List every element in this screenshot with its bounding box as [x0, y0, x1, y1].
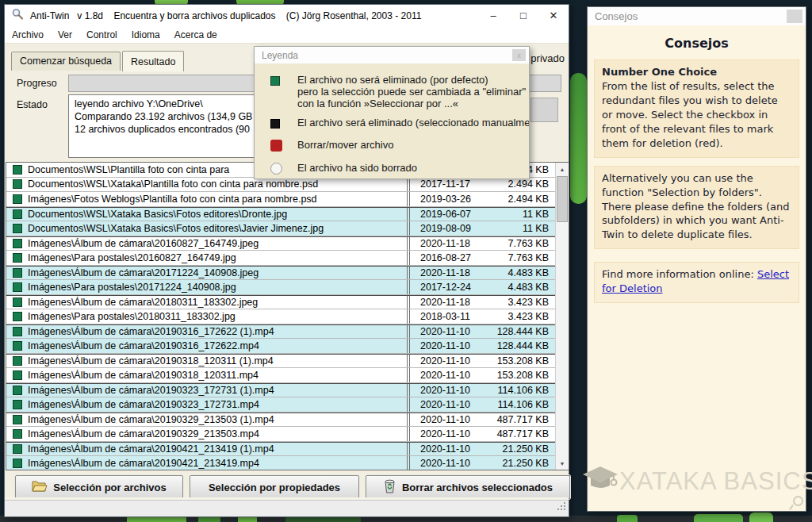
file-date-cell: 2018-03-11	[410, 311, 485, 322]
file-size-cell: 2.494 KB	[485, 194, 555, 205]
file-keep-icon[interactable]	[13, 165, 22, 175]
file-keep-icon[interactable]	[13, 459, 22, 468]
file-path-cell: Documentos\WSL\Xataka Basics\Fotos edito…	[28, 223, 407, 234]
file-keep-icon[interactable]	[13, 253, 22, 263]
file-size-cell: 128.444 KB	[485, 326, 555, 337]
tips-title-bar[interactable]: Consejos	[588, 7, 806, 25]
table-row[interactable]: Imágenes\Álbum de cámara\20160827_164749…	[6, 236, 555, 251]
table-row[interactable]: Imágenes\Álbum de cámara\20190323_172731…	[6, 397, 555, 413]
file-path-cell: Imágenes\Para postales\20171224_140908.j…	[28, 282, 407, 293]
tab-start-search[interactable]: Comenzar búsqueda	[11, 52, 121, 71]
desktop-decoration	[570, 73, 587, 204]
tip-1-text: From the list of results, select the red…	[602, 80, 778, 149]
resize-grip-icon[interactable]	[557, 500, 566, 514]
file-date-cell: 2020-11-10	[410, 326, 485, 337]
file-keep-icon[interactable]	[13, 282, 22, 292]
menu-item[interactable]: Control	[79, 28, 124, 42]
file-keep-icon[interactable]	[13, 268, 22, 278]
table-row[interactable]: Imágenes\Para postales\20171224_140908.j…	[6, 280, 555, 295]
legend-item: El archivo ha sido borrado	[270, 162, 529, 178]
menu-item[interactable]: Ver	[51, 28, 79, 42]
menu-item[interactable]: Idioma	[124, 28, 167, 42]
tip-2-text: Alternatively you can use the function "…	[602, 172, 790, 241]
file-keep-icon[interactable]	[13, 194, 22, 204]
file-size-cell: 128.444 KB	[485, 340, 555, 351]
tip-box-3: Find more information online: Select for…	[594, 262, 799, 303]
table-row[interactable]: Imágenes\Álbum de cámara\20190421_213419…	[6, 456, 555, 470]
file-size-cell: 3.423 KB	[485, 297, 555, 308]
select-by-properties-button[interactable]: Selección por propiedades	[190, 475, 359, 499]
file-path-cell: Imágenes\Álbum de cámara\20190316_172622…	[28, 340, 407, 351]
menu-item[interactable]: Archivo	[5, 28, 51, 42]
file-path-cell: Imágenes\Álbum de cámara\20180311_183302…	[28, 297, 407, 308]
file-keep-icon[interactable]	[13, 370, 22, 380]
table-row[interactable]: Imágenes\Álbum de cámara\20190421_213419…	[6, 442, 555, 457]
menu-item[interactable]: Acerca de	[167, 28, 224, 42]
file-keep-icon[interactable]	[13, 327, 22, 336]
file-keep-icon[interactable]	[13, 224, 22, 233]
menu-bar: ArchivoVerControlIdiomaAcerca de	[5, 26, 569, 44]
watermark-text: XATAKA BASICS	[619, 467, 812, 496]
file-size-cell: 487.717 KB	[485, 414, 555, 425]
file-keep-icon[interactable]	[13, 239, 22, 248]
table-row[interactable]: Documentos\WSL\Xataka Basics\Fotos edito…	[6, 207, 555, 222]
table-row[interactable]: Imágenes\Álbum de cámara\20180311_183302…	[6, 295, 555, 310]
select-by-files-button[interactable]: Selección por archivos	[15, 475, 183, 499]
file-date-cell: 2020-11-10	[410, 399, 485, 410]
file-size-cell: 2.494 KB	[485, 178, 555, 190]
file-keep-icon[interactable]	[13, 444, 22, 454]
table-row[interactable]: Imágenes\Para postales\20180311_183302.j…	[6, 309, 555, 324]
file-keep-icon[interactable]	[13, 179, 22, 189]
table-row[interactable]: Imágenes\Para postales\20160827_164749.j…	[6, 251, 555, 266]
legend-close-icon[interactable]: x	[512, 49, 526, 61]
table-row[interactable]: Documentos\WSL\Xataka Basics\Fotos edito…	[6, 221, 555, 236]
tips-heading: Consejos	[588, 36, 806, 51]
table-row[interactable]: Imágenes\Álbum de cámara\20190329_213503…	[6, 413, 555, 428]
scroll-down-icon[interactable]: ▼	[556, 457, 569, 470]
file-keep-icon[interactable]	[13, 341, 22, 351]
table-row[interactable]: Documentos\WSL\Xataka\Plantilla foto con…	[6, 178, 555, 193]
tab-result[interactable]: Resultado	[122, 51, 184, 71]
status-bar	[5, 500, 569, 516]
file-keep-icon[interactable]	[13, 400, 22, 409]
scroll-up-icon[interactable]: ▲	[556, 163, 569, 175]
table-row[interactable]: Imágenes\Álbum de cámara\20171224_140908…	[6, 266, 555, 281]
minimize-button[interactable]: –	[478, 5, 508, 26]
close-button[interactable]: ✕	[538, 5, 569, 26]
desktop-decoration	[749, 512, 773, 522]
tips-close-icon[interactable]	[787, 10, 802, 23]
title-bar[interactable]: Anti-Twin v 1.8d Encuentra y borra archi…	[5, 5, 569, 26]
file-keep-icon[interactable]	[13, 429, 22, 439]
table-row[interactable]: Imágenes\Álbum de cámara\20190318_120311…	[6, 368, 555, 383]
folder-icon	[32, 480, 48, 495]
maximize-button[interactable]: □	[508, 5, 538, 26]
legend-body: El archivo no será eliminado (por defect…	[255, 63, 529, 178]
file-size-cell: 21.250 KB	[485, 443, 555, 455]
table-row[interactable]: Imágenes\Álbum de cámara\20190316_172622…	[6, 339, 555, 354]
file-size-cell: 11 KB	[485, 209, 555, 220]
legend-title-bar[interactable]: Leyenda x	[255, 47, 529, 63]
file-date-cell: 2019-03-26	[410, 194, 485, 205]
table-scrollbar[interactable]: ▲ ▼	[555, 163, 569, 470]
file-keep-icon[interactable]	[13, 386, 22, 395]
file-keep-icon[interactable]	[13, 297, 22, 307]
delete-selected-button[interactable]: Borrar archivos seleccionados	[366, 475, 570, 499]
table-row[interactable]: Imágenes\Álbum de cámara\20190316_172622…	[6, 324, 555, 340]
legend-item-icon	[270, 119, 280, 129]
status-label: Estado	[17, 99, 48, 110]
file-keep-icon[interactable]	[13, 356, 22, 366]
legend-item-text: El archivo ha sido borrado	[297, 162, 417, 178]
file-size-cell: 21.250 KB	[485, 458, 555, 469]
scrollbar-thumb[interactable]	[557, 176, 568, 222]
file-keep-icon[interactable]	[13, 209, 22, 219]
file-path-cell: Imágenes\Álbum de cámara\20190318_120311…	[28, 370, 407, 381]
file-keep-icon[interactable]	[13, 312, 22, 321]
table-row[interactable]: Imágenes\Álbum de cámara\20190329_213503…	[6, 427, 555, 442]
table-row[interactable]: Imágenes\Álbum de cámara\20190323_172731…	[6, 383, 555, 398]
legend-item-icon	[270, 140, 282, 152]
file-path-cell: Imágenes\Álbum de cámara\20190316_172622…	[28, 326, 407, 337]
file-keep-icon[interactable]	[13, 415, 22, 424]
table-row[interactable]: Imágenes\Álbum de cámara\20190318_120311…	[6, 354, 555, 369]
table-row[interactable]: Imágenes\Fotos Weblogs\Plantilla foto co…	[6, 192, 555, 207]
file-size-cell: 4.483 KB	[485, 267, 555, 278]
